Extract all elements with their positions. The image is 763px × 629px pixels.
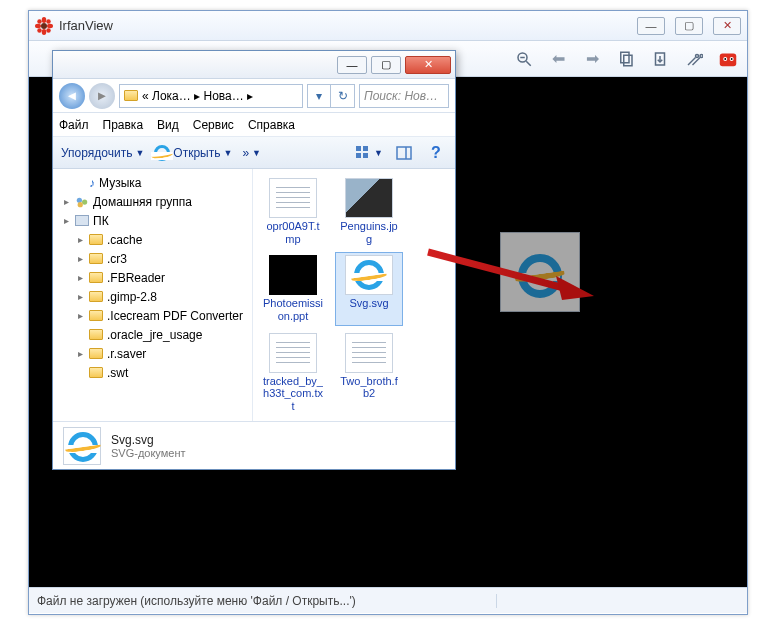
- next-arrow-icon[interactable]: ➡: [581, 48, 603, 70]
- explorer-menubar: Файл Правка Вид Сервис Справка: [53, 113, 455, 137]
- tree-item-folder[interactable]: .swt: [61, 363, 252, 382]
- folder-icon: [89, 272, 103, 283]
- settings-icon[interactable]: [683, 48, 705, 70]
- explorer-close-button[interactable]: ✕: [405, 56, 451, 74]
- address-part-1[interactable]: Нова…: [203, 89, 243, 103]
- irfanview-app-icon: [35, 17, 53, 35]
- tree-item-music[interactable]: ♪Музыка: [61, 173, 252, 192]
- tree-item-folder[interactable]: ▸.FBReader: [61, 268, 252, 287]
- folder-icon: [89, 348, 103, 359]
- document-icon: [345, 333, 393, 373]
- svg-point-6: [46, 19, 51, 24]
- irfanview-statusbar: Файл не загружен (используйте меню 'Файл…: [29, 587, 747, 613]
- file-item-penguins[interactable]: Penguins.jpg: [335, 175, 403, 248]
- ie-icon: [354, 260, 384, 290]
- close-button[interactable]: ✕: [713, 17, 741, 35]
- text-file-icon: [269, 333, 317, 373]
- tree-item-folder[interactable]: .oracle_jre_usage: [61, 325, 252, 344]
- irfanview-logo-icon[interactable]: [717, 48, 739, 70]
- help-icon[interactable]: ?: [425, 142, 447, 164]
- organize-button[interactable]: Упорядочить▼: [61, 146, 144, 160]
- explorer-minimize-button[interactable]: —: [337, 56, 367, 74]
- zoom-out-icon[interactable]: [513, 48, 535, 70]
- svg-marker-34: [556, 276, 594, 300]
- file-item-txt[interactable]: tracked_by_h33t_com.txt: [259, 330, 327, 416]
- svg-point-17: [696, 54, 699, 57]
- homegroup-icon: [75, 195, 89, 209]
- svg-line-33: [428, 252, 564, 288]
- document-icon: [269, 178, 317, 218]
- computer-icon: [75, 215, 89, 226]
- svg-rect-12: [621, 52, 629, 63]
- ie-icon: [68, 432, 98, 462]
- explorer-window: — ▢ ✕ ◄ ► « Лока… ▸ Нова… ▸ ▾ ↻ Поиск: Н…: [52, 50, 456, 470]
- nav-tree[interactable]: ♪Музыка ▸Домашняя группа ▸ПК ▸.cache ▸.c…: [53, 169, 253, 421]
- explorer-maximize-button[interactable]: ▢: [371, 56, 401, 74]
- nav-forward-button[interactable]: ►: [89, 83, 115, 109]
- svg-point-30: [77, 197, 82, 202]
- details-filetype: SVG-документ: [111, 447, 186, 459]
- svg-rect-25: [363, 146, 368, 151]
- folder-icon: [89, 310, 103, 321]
- copy-icon[interactable]: [615, 48, 637, 70]
- folder-icon: [89, 329, 103, 340]
- folder-icon: [124, 90, 138, 101]
- view-options-button[interactable]: ▼: [355, 145, 383, 161]
- file-item-tmp[interactable]: opr00A9T.tmp: [259, 175, 327, 248]
- file-item-fb2[interactable]: Two_broth.fb2: [335, 330, 403, 416]
- svg-point-0: [41, 23, 47, 29]
- svg-rect-28: [397, 147, 411, 159]
- irfanview-titlebar[interactable]: IrfanView — ▢ ✕: [29, 11, 747, 41]
- image-thumbnail-icon: [345, 178, 393, 218]
- tree-item-folder[interactable]: ▸.cr3: [61, 249, 252, 268]
- tree-item-homegroup[interactable]: ▸Домашняя группа: [61, 192, 252, 211]
- status-text: Файл не загружен (используйте меню 'Файл…: [37, 594, 497, 608]
- explorer-navbar: ◄ ► « Лока… ▸ Нова… ▸ ▾ ↻ Поиск: Нов…: [53, 79, 455, 113]
- tree-item-folder[interactable]: ▸.gimp-2.8: [61, 287, 252, 306]
- folder-icon: [89, 253, 103, 264]
- tree-item-folder[interactable]: ▸.Icecream PDF Converter: [61, 306, 252, 325]
- menu-edit[interactable]: Правка: [103, 118, 144, 132]
- svg-rect-24: [356, 146, 361, 151]
- svg-point-4: [47, 23, 53, 28]
- ppt-thumbnail-icon: [269, 255, 317, 295]
- minimize-button[interactable]: —: [637, 17, 665, 35]
- tree-item-pc[interactable]: ▸ПК: [61, 211, 252, 230]
- music-icon: ♪: [89, 176, 95, 190]
- tree-item-folder[interactable]: ▸.cache: [61, 230, 252, 249]
- address-dropdown-button[interactable]: ▾: [307, 84, 331, 108]
- ie-icon: [154, 145, 170, 161]
- svg-point-22: [724, 58, 726, 60]
- folder-icon: [89, 367, 103, 378]
- irfanview-title: IrfanView: [59, 18, 637, 33]
- chevron-right-icon[interactable]: ▸: [247, 89, 253, 103]
- file-item-svg[interactable]: Svg.svg: [335, 252, 403, 325]
- search-input[interactable]: Поиск: Нов…: [359, 84, 449, 108]
- open-button[interactable]: Открыть▼: [154, 145, 232, 161]
- annotation-arrow-icon: [424, 244, 594, 304]
- menu-view[interactable]: Вид: [157, 118, 179, 132]
- svg-point-23: [731, 58, 733, 60]
- preview-pane-button[interactable]: [393, 142, 415, 164]
- address-bar[interactable]: « Лока… ▸ Нова… ▸: [119, 84, 303, 108]
- svg-rect-26: [356, 153, 361, 158]
- svg-point-5: [37, 19, 42, 24]
- paste-icon[interactable]: [649, 48, 671, 70]
- address-part-0[interactable]: Лока…: [152, 89, 191, 103]
- svg-point-31: [82, 199, 87, 204]
- explorer-titlebar[interactable]: — ▢ ✕: [53, 51, 455, 79]
- more-button[interactable]: »▼: [242, 146, 261, 160]
- folder-icon: [89, 234, 103, 245]
- menu-help[interactable]: Справка: [248, 118, 295, 132]
- menu-service[interactable]: Сервис: [193, 118, 234, 132]
- svg-point-2: [42, 29, 47, 35]
- prev-arrow-icon[interactable]: ⬅: [547, 48, 569, 70]
- maximize-button[interactable]: ▢: [675, 17, 703, 35]
- nav-back-button[interactable]: ◄: [59, 83, 85, 109]
- tree-item-folder[interactable]: ▸.r.saver: [61, 344, 252, 363]
- svg-point-8: [46, 28, 51, 33]
- chevron-right-icon[interactable]: ▸: [194, 89, 200, 103]
- menu-file[interactable]: Файл: [59, 118, 89, 132]
- refresh-button[interactable]: ↻: [331, 84, 355, 108]
- file-item-ppt[interactable]: Photoemission.ppt: [259, 252, 327, 325]
